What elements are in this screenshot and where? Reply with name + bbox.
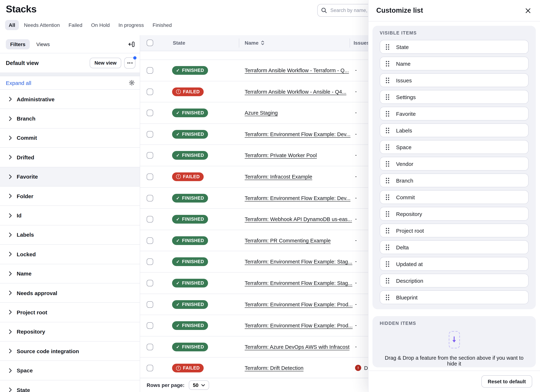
drag-handle-icon[interactable] xyxy=(385,294,390,300)
drag-handle-icon[interactable] xyxy=(385,60,390,67)
filter-category-locked[interactable]: Locked xyxy=(0,245,140,264)
visible-item-delta[interactable]: Delta xyxy=(380,240,529,254)
stack-name-link[interactable]: Terraform Ansible Workflow - Terraform -… xyxy=(245,68,349,73)
visible-item-settings[interactable]: Settings xyxy=(380,90,529,104)
table-row: ✓FINISHEDTerraform: Environment Flow Exa… xyxy=(140,294,368,315)
chevron-right-icon xyxy=(9,368,12,373)
drag-handle-icon[interactable] xyxy=(385,177,390,184)
stack-name-link[interactable]: Azure Staging xyxy=(245,110,278,116)
row-checkbox[interactable] xyxy=(147,195,153,201)
row-checkbox[interactable] xyxy=(147,174,153,180)
filter-category-label: Name xyxy=(17,270,32,277)
tab-failed[interactable]: Failed xyxy=(65,20,86,30)
row-checkbox[interactable] xyxy=(147,259,153,265)
row-checkbox[interactable] xyxy=(147,365,153,372)
visible-item-updated-at[interactable]: Updated at xyxy=(380,257,529,271)
drag-handle-icon[interactable] xyxy=(385,127,390,133)
filter-category-administrative[interactable]: Administrative xyxy=(0,90,140,109)
filter-category-branch[interactable]: Branch xyxy=(0,109,140,129)
row-checkbox[interactable] xyxy=(147,343,153,350)
row-checkbox[interactable] xyxy=(147,216,153,223)
filter-category-favorite[interactable]: Favorite xyxy=(0,167,140,187)
stack-name-link[interactable]: Terraform: Environment Flow Example: Dev… xyxy=(245,195,350,201)
drag-handle-icon[interactable] xyxy=(385,110,390,117)
drag-handle-icon[interactable] xyxy=(385,211,390,217)
drag-handle-icon[interactable] xyxy=(385,44,390,50)
stack-name-link[interactable]: Terraform: Private Worker Pool xyxy=(245,153,317,159)
row-checkbox[interactable] xyxy=(147,152,153,159)
stack-name-link[interactable]: Terraform: Azure DevOps AWS with Infraco… xyxy=(245,344,350,350)
drag-handle-icon[interactable] xyxy=(385,261,390,267)
stack-name-link[interactable]: Terraform Ansible Workflow - Ansible - Q… xyxy=(245,89,346,94)
visible-item-vendor[interactable]: Vendor xyxy=(380,157,529,171)
visible-item-space[interactable]: Space xyxy=(380,140,529,154)
stack-name-link[interactable]: Terraform: Environment Flow Example: Pro… xyxy=(245,323,353,328)
row-checkbox[interactable] xyxy=(147,322,153,329)
filter-category-space[interactable]: Space xyxy=(0,361,140,380)
filter-category-state[interactable]: State xyxy=(0,380,140,392)
visible-item-issues[interactable]: Issues xyxy=(380,73,529,87)
filter-category-commit[interactable]: Commit xyxy=(0,129,140,148)
rows-per-page-select[interactable]: 50 xyxy=(189,380,209,390)
visible-item-commit[interactable]: Commit xyxy=(380,190,529,204)
stack-name-link[interactable]: Terraform: Environment Flow Example: Dev… xyxy=(245,131,350,137)
tab-finished[interactable]: Finished xyxy=(149,20,175,30)
drag-handle-icon[interactable] xyxy=(385,77,390,83)
visible-item-description[interactable]: Description xyxy=(380,274,529,288)
drop-target[interactable] xyxy=(449,331,460,348)
filter-category-project-root[interactable]: Project root xyxy=(0,303,140,322)
reset-to-default-button[interactable]: Reset to default xyxy=(482,375,532,388)
filter-category-name[interactable]: Name xyxy=(0,264,140,283)
stack-name-link[interactable]: Terraform: Environment Flow Example: Pro… xyxy=(245,302,353,307)
filter-category-repository[interactable]: Repository xyxy=(0,322,140,342)
filter-category-folder[interactable]: Folder xyxy=(0,187,140,206)
drag-handle-icon[interactable] xyxy=(385,144,390,150)
stack-name-link[interactable]: Terraform: Webhook API DynamoDB us-eas..… xyxy=(245,216,352,222)
drag-handle-icon[interactable] xyxy=(385,194,390,200)
visible-item-state[interactable]: State xyxy=(380,40,529,54)
visible-item-blueprint[interactable]: Blueprint xyxy=(380,290,529,304)
row-checkbox[interactable] xyxy=(147,67,153,74)
drag-handle-icon[interactable] xyxy=(385,94,390,100)
row-checkbox[interactable] xyxy=(147,110,153,116)
select-all-checkbox[interactable] xyxy=(147,40,153,46)
stack-name-link[interactable]: Terraform: PR Commenting Example xyxy=(245,238,331,243)
drag-handle-icon[interactable] xyxy=(385,278,390,284)
visible-item-repository[interactable]: Repository xyxy=(380,207,529,221)
row-checkbox[interactable] xyxy=(147,280,153,286)
visible-item-project-root[interactable]: Project root xyxy=(380,223,529,237)
visible-item-branch[interactable]: Branch xyxy=(380,174,529,187)
filter-category-needs-approval[interactable]: Needs approval xyxy=(0,283,140,303)
close-icon[interactable] xyxy=(524,6,532,15)
visible-item-favorite[interactable]: Favorite xyxy=(380,107,529,120)
visible-item-labels[interactable]: Labels xyxy=(380,123,529,137)
expand-all-link[interactable]: Expand all xyxy=(6,80,31,86)
tab-in-progress[interactable]: In progress xyxy=(115,20,148,30)
stack-name-link[interactable]: Terraform: Environment Flow Example: Sta… xyxy=(245,259,352,265)
tab-filters[interactable]: Filters xyxy=(6,39,30,49)
collapse-sidebar-icon[interactable] xyxy=(128,41,135,47)
filter-settings-gear-icon[interactable] xyxy=(129,80,135,86)
filter-category-source-code-integration[interactable]: Source code integration xyxy=(0,342,140,361)
visible-item-name[interactable]: Name xyxy=(380,57,529,70)
filter-category-id[interactable]: Id xyxy=(0,206,140,225)
stack-name-link[interactable]: Terraform: Drift Detection xyxy=(245,365,304,371)
tab-all[interactable]: All xyxy=(5,20,19,30)
drag-handle-icon[interactable] xyxy=(385,227,390,233)
tab-on-hold[interactable]: On Hold xyxy=(87,20,113,30)
tab-needs-attention[interactable]: Needs Attention xyxy=(20,20,64,30)
drag-handle-icon[interactable] xyxy=(385,161,390,167)
row-checkbox[interactable] xyxy=(147,301,153,308)
view-more-button[interactable] xyxy=(124,57,135,69)
filter-category-labels[interactable]: Labels xyxy=(0,225,140,245)
column-header-name[interactable]: Name xyxy=(245,40,264,46)
row-checkbox[interactable] xyxy=(147,88,153,95)
stack-name-link[interactable]: Terraform: Infracost Example xyxy=(245,174,312,180)
drag-handle-icon[interactable] xyxy=(385,244,390,250)
new-view-button[interactable]: New view xyxy=(90,58,121,68)
tab-views[interactable]: Views xyxy=(36,41,50,47)
row-checkbox[interactable] xyxy=(147,131,153,138)
stack-name-link[interactable]: Terraform: Environment Flow Example: Sta… xyxy=(245,280,352,286)
filter-category-drifted[interactable]: Drifted xyxy=(0,148,140,167)
row-checkbox[interactable] xyxy=(147,237,153,244)
